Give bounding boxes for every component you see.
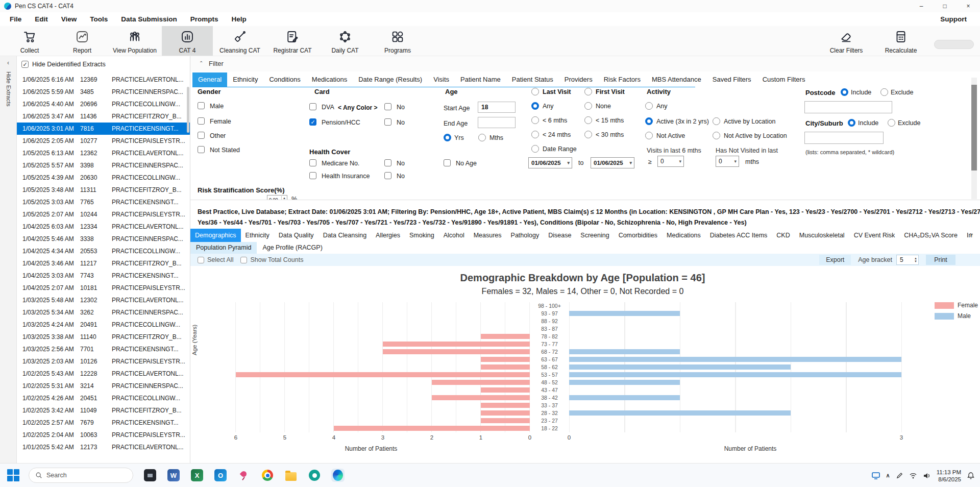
extract-row[interactable]: 1/06/2025 3:47 AM11436PRACTICEFITZROY_B.… — [17, 110, 190, 123]
extract-row[interactable]: 1/05/2025 3:48 AM11311PRACTICEFITZROY_B.… — [17, 184, 190, 196]
extract-row[interactable]: 1/02/2025 3:42 AM11049PRACTICEFITZROY_B.… — [17, 404, 190, 417]
mths-radio[interactable] — [478, 134, 486, 141]
extract-row[interactable]: 1/02/2025 2:04 AM10063PRACTICEPAISLEYSTR… — [17, 429, 190, 441]
extract-row[interactable]: 1/03/2025 2:03 AM10126PRACTICEPAISLEYSTR… — [17, 355, 190, 368]
extract-row[interactable]: 1/06/2025 3:01 AM7816PRACTICEKENSINGT... — [17, 123, 190, 135]
maximize-button[interactable]: □ — [933, 0, 957, 12]
taskbar-search[interactable]: Search — [29, 468, 133, 483]
toolbar-daily-cat-button[interactable]: Daily CAT — [320, 26, 371, 56]
hide-deidentified-checkbox[interactable]: ✓ — [21, 61, 29, 68]
report-tab-smoking[interactable]: Smoking — [405, 229, 439, 242]
collapse-chevron-icon[interactable]: ‹ — [0, 56, 16, 66]
medicare-no-checkbox[interactable] — [384, 159, 391, 166]
filter-tab-providers[interactable]: Providers — [559, 72, 598, 87]
activity-any-radio[interactable] — [645, 102, 653, 110]
active-by-location-radio[interactable] — [713, 117, 720, 125]
file-explorer-icon[interactable] — [284, 469, 298, 482]
visits-6mths-dropdown[interactable]: 0▾ — [657, 156, 684, 167]
filter-tab-patient-name[interactable]: Patient Name — [455, 72, 506, 87]
start-button-icon[interactable] — [7, 469, 19, 481]
sidebar-scrollbar[interactable] — [187, 87, 189, 133]
postcode-input[interactable] — [804, 101, 892, 113]
filter-tab-general[interactable]: General — [192, 72, 227, 87]
pension-checkbox[interactable]: ✓ — [309, 118, 316, 126]
lt24-radio[interactable] — [531, 131, 539, 138]
dva-no-checkbox[interactable] — [384, 103, 391, 110]
report-tab-measures[interactable]: Measures — [469, 229, 506, 242]
edge-icon[interactable] — [331, 469, 345, 482]
sub-tab-population-pyramid[interactable]: Population Pyramid — [190, 242, 257, 254]
any-color-selector[interactable]: < Any Color > — [338, 104, 378, 111]
extract-row[interactable]: 1/04/2025 4:34 AM20553PRACTICECOLLINGW..… — [17, 245, 190, 257]
toolbar-cat-4-button[interactable]: CAT 4 — [162, 26, 213, 56]
date-from-combo[interactable]: 01/06/2025▾ — [528, 157, 572, 168]
last-visit-radio[interactable] — [531, 88, 539, 95]
lt15-radio[interactable] — [584, 116, 592, 124]
not-visited-dropdown[interactable]: 0▾ — [716, 156, 739, 167]
hidden-icons-chevron[interactable]: ∧ — [886, 472, 890, 479]
menu-item-file[interactable]: File — [3, 15, 28, 23]
show-total-counts-checkbox[interactable] — [240, 257, 247, 263]
report-tab-alcohol[interactable]: Alcohol — [439, 229, 469, 242]
report-tab-comorbidities[interactable]: Comorbidities — [614, 229, 662, 242]
toolbar-collect-button[interactable]: Collect — [4, 26, 55, 56]
report-tab-demographics[interactable]: Demographics — [190, 229, 241, 242]
extract-row[interactable]: 1/04/2025 2:07 AM10181PRACTICEPAISLEYSTR… — [17, 282, 190, 294]
visit-none-radio[interactable] — [584, 102, 592, 110]
toolbar-report-button[interactable]: Report — [57, 26, 108, 56]
notification-bell-icon[interactable] — [967, 472, 975, 480]
filter-collapse-icon[interactable]: ⌃ — [199, 60, 203, 66]
age-bracket-spinner[interactable]: 5▲▼ — [896, 255, 919, 265]
filter-tab-saved-filters[interactable]: Saved Filters — [707, 72, 757, 87]
filter-tab-conditions[interactable]: Conditions — [263, 72, 306, 87]
menu-item-tools[interactable]: Tools — [83, 15, 114, 23]
extract-row[interactable]: 1/06/2025 6:16 AM12369PRACTICELAVERTONL.… — [17, 74, 190, 86]
filter-tab-medications[interactable]: Medications — [306, 72, 353, 87]
extract-row[interactable]: 1/05/2025 6:13 AM12362PRACTICELAVERTONL.… — [17, 147, 190, 159]
filter-tab-mbs-attendance[interactable]: MBS Attendance — [646, 72, 707, 87]
medicare-checkbox[interactable] — [309, 159, 316, 166]
extract-row[interactable]: 1/03/2025 5:48 AM12302PRACTICELAVERTONL.… — [17, 294, 190, 306]
hide-extracts-strip[interactable]: ‹ Hide Extracts — [0, 56, 17, 463]
report-tab-diabetes-acc-items[interactable]: Diabetes ACC Items — [705, 229, 772, 242]
task-view-monitor-icon[interactable] — [871, 471, 880, 480]
menu-item-data-submission[interactable]: Data Submission — [114, 15, 184, 23]
tabs-overflow-arrow[interactable]: › — [970, 230, 972, 238]
not-stated-checkbox[interactable] — [198, 146, 205, 153]
extract-row[interactable]: 1/06/2025 2:05 AM10277PRACTICEPAISLEYSTR… — [17, 135, 190, 147]
outlook-icon[interactable]: O — [214, 469, 227, 482]
extract-row[interactable]: 1/06/2025 5:59 AM3485PRACTICEINNERSPAC..… — [17, 86, 190, 98]
report-tab-ckd[interactable]: CKD — [772, 229, 794, 242]
lt30-radio[interactable] — [584, 131, 592, 138]
report-tab-musculoskeletal[interactable]: Musculoskeletal — [795, 229, 849, 242]
teal-app-icon[interactable] — [308, 469, 321, 482]
date-to-combo[interactable]: 01/06/2025▾ — [591, 157, 634, 168]
city-include-radio[interactable] — [848, 119, 855, 127]
filter-tab-risk-factors[interactable]: Risk Factors — [598, 72, 646, 87]
clock[interactable]: 11:13 PM 8/6/2025 — [937, 469, 961, 483]
extract-row[interactable]: 1/04/2025 6:03 AM12334PRACTICELAVERTONL.… — [17, 221, 190, 233]
report-tab-disease[interactable]: Disease — [544, 229, 576, 242]
postcode-exclude-radio[interactable] — [880, 88, 888, 96]
report-tab-cha-ds-va-score[interactable]: CHA₂DS₂VA Score — [899, 229, 962, 242]
city-exclude-radio[interactable] — [888, 119, 895, 127]
report-tab-allergies[interactable]: Allergies — [371, 229, 405, 242]
report-tab-ethnicity[interactable]: Ethnicity — [241, 229, 274, 242]
extract-row[interactable]: 1/02/2025 5:31 AM3214PRACTICEINNERSPAC..… — [17, 380, 190, 392]
extract-row[interactable]: 1/03/2025 4:24 AM20491PRACTICECOLLINGW..… — [17, 319, 190, 331]
extract-row[interactable]: 1/04/2025 3:46 AM11217PRACTICEFITZROY_B.… — [17, 257, 190, 270]
toolbar-cleansing-cat-button[interactable]: Cleansing CAT — [214, 26, 265, 56]
not-active-by-location-radio[interactable] — [713, 132, 720, 139]
risk-spinner[interactable]: 0.00▲▼ — [267, 195, 287, 200]
extract-row[interactable]: 1/01/2025 5:42 AM12173PRACTICELAVERTONL.… — [17, 441, 190, 453]
toolbar-programs-button[interactable]: Programs — [372, 26, 423, 56]
extract-row[interactable]: 1/02/2025 2:57 AM7679PRACTICEKENSINGT... — [17, 417, 190, 429]
extract-row[interactable]: 1/03/2025 5:34 AM3262PRACTICEINNERSPAC..… — [17, 306, 190, 319]
menu-item-view[interactable]: View — [55, 15, 84, 23]
yrs-radio[interactable] — [444, 134, 451, 141]
extract-row[interactable]: 1/04/2025 3:03 AM7743PRACTICEKENSINGT... — [17, 270, 190, 282]
extract-row[interactable]: 1/02/2025 4:26 AM20451PRACTICECOLLINGW..… — [17, 392, 190, 404]
dark-app-icon[interactable] — [143, 469, 157, 482]
menu-item-support[interactable]: Support — [934, 15, 980, 23]
start-age-input[interactable]: 18 — [478, 102, 516, 113]
